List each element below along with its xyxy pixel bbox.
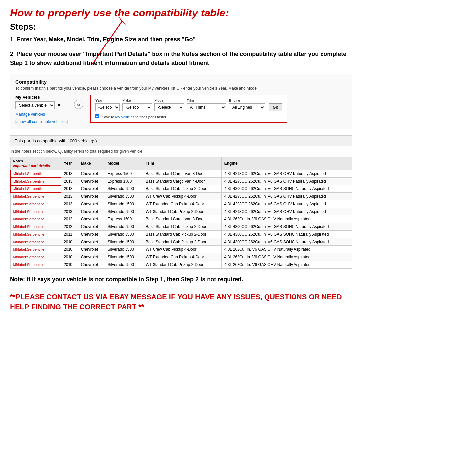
engine-cell: 4.3L 262Cu. In. V6 GAS OHV Naturally Asp… [221,253,352,261]
notes-cell: Mfrlabel:Serpentine.... [10,178,61,185]
engine-cell: 4.3L 4293CC 262Cu. In. V6 GAS OHV Natura… [221,208,352,215]
notes-cell: Mfrlabel:Serpentine ... [10,215,61,223]
table-row: Mfrlabel:Serpentine ...2010ChevroletSilv… [10,238,352,246]
vehicle-select[interactable]: Select a vehicle [15,101,55,109]
notes-header-label: Notes [13,159,23,163]
step1-text: 1. Enter Year, Make, Model, Trim, Engine… [10,35,352,43]
make-cell: Chevrolet [78,200,105,208]
table-row: Mfrlabel:Serpentine....2013ChevroletExpr… [10,178,352,185]
notes-cell: Mfrlabel:Serpentine ... [10,253,61,261]
year-cell: 2013 [61,193,78,200]
col-header-year: Year [61,157,78,170]
model-cell: Silverado 1500 [105,261,143,269]
trim-cell: Base Standard Cargo Van 4-Door [143,178,221,185]
table-row: Mfrlabel:Serpentine ...2013ChevroletSilv… [10,208,352,215]
show-all-link[interactable]: [show all compatible vehicles] [15,119,68,124]
my-vehicles-link[interactable]: My Vehicles [115,115,135,119]
model-cell: Silverado 1500 [105,253,143,261]
compat-controls-row: My Vehicles Select a vehicle ▼ Manage ve… [15,95,347,124]
notes-cell: Mfrlabel:Serpentine... [10,185,61,193]
main-title: How to properly use the compatibility ta… [10,7,352,19]
table-row: Mfrlabel:Serpentine ...2012ChevroletExpr… [10,215,352,223]
notes-cell: Mfrlabel:Serpentine .... [10,170,61,178]
trim-cell: Base Standard Cargo Van 3-Door [143,170,221,178]
save-checkbox[interactable] [95,114,99,118]
model-cell: Silverado 1500 [105,185,143,193]
important-part-details-label: Important part details [13,164,50,168]
make-cell: Chevrolet [78,238,105,246]
table-row: Mfrlabel:Serpentine...2013ChevroletSilve… [10,185,352,193]
model-select[interactable]: -Select- [154,103,184,111]
year-cell: 2012 [61,223,78,231]
compat-title: Compatibility [15,79,347,85]
year-cell: 2010 [61,253,78,261]
year-cell: 2010 [61,246,78,253]
make-cell: Chevrolet [78,261,105,269]
model-cell: Silverado 1500 [105,208,143,215]
table-row: Mfrlabel:Serpentine ...2012ChevroletSilv… [10,223,352,231]
engine-cell: 4.3L 4293CC 262Cu. In. V6 GAS OHV Natura… [221,178,352,185]
save-text: Save to My Vehicles to finds parts faste… [102,115,166,119]
vehicle-select-wrapper: Select a vehicle ▼ [15,101,68,109]
notes-cell: Mfrlabel:Serpentine ... [10,223,61,231]
make-cell: Chevrolet [78,223,105,231]
engine-cell: 4.3L 4293CC 262Cu. In. V6 GAS OHV Natura… [221,193,352,200]
table-row: Mfrlabel:Serpentine ...2010ChevroletSilv… [10,246,352,253]
go-button[interactable]: Go [269,103,282,111]
make-cell: Chevrolet [78,231,105,238]
table-row: Mfrlabel:Serpentine ...2013ChevroletSilv… [10,200,352,208]
trim-cell: Base Standard Cargo Van 3-Door [143,215,221,223]
col-header-model: Model [105,157,143,170]
note-text: Note: if it says your vehicle is not com… [10,275,352,284]
year-cell: 2010 [61,238,78,246]
trim-cell: Base Standard Cab Pickup 2-Door [143,231,221,238]
table-row: Mfrlabel:Serpentine ...2010ChevroletSilv… [10,253,352,261]
or-circle: or [74,100,83,109]
notes-cell: Mfrlabel:Serpentine ... [10,246,61,253]
model-cell: Express 1500 [105,178,143,185]
make-cell: Chevrolet [78,170,105,178]
model-cell: Silverado 1500 [105,246,143,253]
make-cell: Chevrolet [78,185,105,193]
notes-cell: Mfrlabel:Serpentine ... [10,200,61,208]
year-select[interactable]: -Select- [95,103,120,111]
compat-count-text: This part is compatible with 1000 vehicl… [15,138,98,143]
notes-row: In the notes section below, Quantity ref… [10,149,352,154]
year-cell: 2013 [61,170,78,178]
notes-cell: Mfrlabel:Serpentine ... [10,193,61,200]
compatibility-section: Compatibility To confirm that this part … [10,74,352,269]
col-header-notes: Notes Important part details [10,157,61,170]
compatibility-box: Compatibility To confirm that this part … [10,74,352,129]
notes-cell: Mfrlabel:Serpentine ... [10,208,61,215]
year-label: Year [95,99,120,102]
trim-cell: WT Standard Cab Pickup 2-Door [143,208,221,215]
engine-cell: 4.3L 262Cu. In. V6 GAS OHV Naturally Asp… [221,215,352,223]
make-select[interactable]: -Select- [122,103,152,111]
make-col: Make -Select- [122,99,152,111]
table-row: Mfrlabel:Serpentine...2010ChevroletSilve… [10,261,352,269]
model-cell: Silverado 1500 [105,200,143,208]
notes-cell: Mfrlabel:Serpentine ... [10,231,61,238]
engine-select[interactable]: All Engines [229,103,265,111]
steps-heading: Steps: [10,22,352,32]
my-vehicles-section: My Vehicles Select a vehicle ▼ Manage ve… [15,95,68,124]
trim-select[interactable]: All Trims [187,103,226,111]
model-cell: Express 1500 [105,170,143,178]
table-row: Mfrlabel:Serpentine ...2013ChevroletSilv… [10,193,352,200]
make-cell: Chevrolet [78,208,105,215]
trim-col: Trim All Trims [187,99,226,111]
trim-cell: WT Standard Cab Pickup 2-Door [143,261,221,269]
engine-cell: 4.3L 4300CC 262Cu. In. V6 GAS SOHC Natur… [221,185,352,193]
manage-vehicles-link[interactable]: Manage vehicles [15,112,68,117]
trim-cell: Base Standard Cab Pickup 2-Door [143,223,221,231]
step2-text: 2. Place your mouse over "Important Part… [10,50,352,68]
notes-cell: Mfrlabel:Serpentine ... [10,238,61,246]
selectors-row: Year -Select- Make -Select- Model [95,99,282,111]
make-cell: Chevrolet [78,215,105,223]
table-row: Mfrlabel:Serpentine ....2013ChevroletExp… [10,170,352,178]
engine-cell: 4.3L 262Cu. In. V6 GAS OHV Naturally Asp… [221,246,352,253]
make-cell: Chevrolet [78,178,105,185]
model-cell: Express 1500 [105,215,143,223]
trim-cell: WT Extended Cab Pickup 4-Door [143,200,221,208]
trim-cell: Base Standard Cab Pickup 2-Door [143,238,221,246]
